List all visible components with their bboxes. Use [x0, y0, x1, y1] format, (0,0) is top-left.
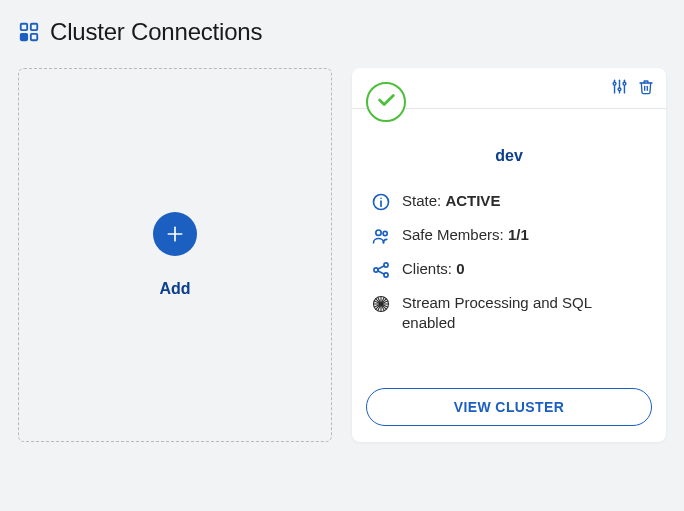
view-cluster-button[interactable]: VIEW CLUSTER	[366, 388, 652, 426]
cluster-card: dev State: ACTIVE	[352, 68, 666, 442]
svg-point-11	[623, 82, 626, 85]
page-header: Cluster Connections	[18, 18, 666, 46]
svg-line-21	[378, 271, 385, 274]
members-text: Safe Members: 1/1	[402, 225, 529, 245]
state-value: ACTIVE	[445, 192, 500, 209]
jet-icon	[370, 293, 392, 315]
page-title: Cluster Connections	[50, 18, 262, 46]
cards-row: Add	[18, 68, 666, 442]
svg-rect-0	[21, 24, 27, 30]
svg-rect-3	[31, 34, 37, 40]
plus-icon	[165, 224, 185, 244]
users-icon	[370, 225, 392, 247]
settings-sliders-icon[interactable]	[611, 78, 628, 95]
status-ok-badge	[366, 82, 406, 122]
info-icon	[370, 191, 392, 213]
clients-row: Clients: 0	[370, 259, 648, 281]
cluster-name: dev	[370, 147, 648, 165]
state-label: State:	[402, 192, 441, 209]
grid-icon	[18, 21, 40, 43]
svg-point-9	[613, 82, 616, 85]
state-text: State: ACTIVE	[402, 191, 500, 211]
card-actions	[611, 78, 654, 95]
svg-point-14	[380, 197, 382, 199]
members-value: 1/1	[508, 226, 529, 243]
svg-point-15	[376, 230, 381, 235]
svg-rect-1	[31, 24, 37, 30]
svg-point-16	[383, 231, 387, 235]
add-label: Add	[159, 280, 190, 298]
state-row: State: ACTIVE	[370, 191, 648, 213]
svg-point-10	[618, 88, 621, 91]
trash-icon[interactable]	[638, 79, 654, 95]
checkmark-icon	[375, 89, 397, 115]
clients-label: Clients:	[402, 260, 452, 277]
info-list: State: ACTIVE Safe Members:	[370, 191, 648, 334]
members-label: Safe Members:	[402, 226, 504, 243]
card-body: dev State: ACTIVE	[352, 109, 666, 376]
feature-row: Stream Processing and SQL enabled	[370, 293, 648, 334]
add-connection-card[interactable]: Add	[18, 68, 332, 442]
clients-text: Clients: 0	[402, 259, 465, 279]
members-row: Safe Members: 1/1	[370, 225, 648, 247]
clients-value: 0	[456, 260, 464, 277]
card-footer: VIEW CLUSTER	[352, 376, 666, 442]
svg-rect-2	[21, 34, 27, 40]
svg-line-20	[378, 266, 385, 269]
add-circle	[153, 212, 197, 256]
share-icon	[370, 259, 392, 281]
feature-text: Stream Processing and SQL enabled	[402, 293, 648, 334]
